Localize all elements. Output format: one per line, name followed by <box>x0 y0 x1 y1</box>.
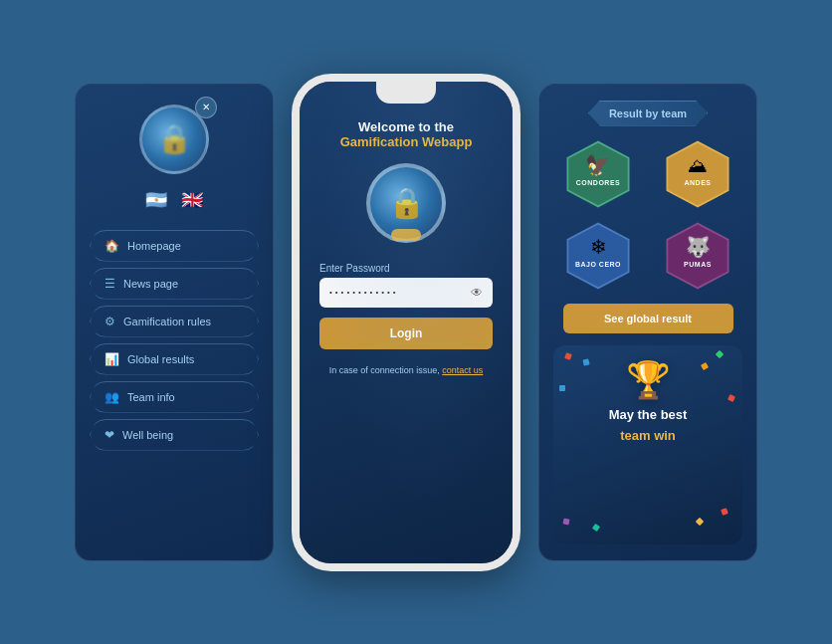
connection-text: In case of connection issue, contact us <box>329 365 484 375</box>
close-icon: ✕ <box>202 102 210 112</box>
see-global-result-button[interactable]: See global result <box>563 304 733 333</box>
webapp-title: Gamification Webapp <box>340 134 473 149</box>
phone-lock-icon: 🔒 <box>388 185 425 220</box>
confetti-3 <box>716 349 724 357</box>
teams-grid: 🦅 CONDORES ⛰ ANDES <box>553 138 742 292</box>
andes-icon: ⛰ <box>688 154 708 177</box>
flag-argentina[interactable]: 🇦🇷 <box>142 186 170 214</box>
lock-icon: 🔒 <box>157 122 192 155</box>
password-input[interactable]: •••••••••••• 👁 <box>319 278 493 308</box>
avatar-container: 🔒 ✕ <box>139 105 209 174</box>
confetti-1 <box>564 352 572 360</box>
login-button[interactable]: Login <box>319 318 493 349</box>
pumas-icon: 🐺 <box>686 235 711 259</box>
flag-uk[interactable]: 🇬🇧 <box>178 186 206 214</box>
sidebar-item-label: Well being <box>122 429 173 441</box>
confetti-2 <box>582 358 589 365</box>
language-flags: 🇦🇷 🇬🇧 <box>142 186 206 214</box>
confetti-5 <box>563 518 570 525</box>
app-container: 🔒 ✕ 🇦🇷 🇬🇧 🏠 Homepage ☰ News page ⚙ Gamif… <box>0 0 832 644</box>
password-field-container: Enter Password •••••••••••• 👁 <box>319 263 493 308</box>
sidebar-item-label: Gamification rules <box>123 316 211 327</box>
condores-hexagon: 🦅 CONDORES <box>562 138 634 210</box>
heart-icon: ❤ <box>104 428 114 442</box>
trophy-icon: 🏆 <box>626 359 671 401</box>
phone-notch <box>376 82 436 104</box>
sidebar-item-well-being[interactable]: ❤ Well being <box>90 419 259 451</box>
phone-avatar: 🔒 <box>366 163 446 243</box>
gear-icon: ⚙ <box>104 315 115 328</box>
confetti-8 <box>696 517 704 525</box>
team-badge-andes[interactable]: ⛰ ANDES <box>653 138 742 210</box>
phone-frame: Welcome to the Gamification Webapp 🔒 Ent… <box>292 74 520 571</box>
team-badge-condores[interactable]: 🦅 CONDORES <box>553 138 643 210</box>
confetti-4 <box>701 361 709 369</box>
sidebar-item-global-results[interactable]: 📊 Global results <box>90 343 259 375</box>
chart-icon: 📊 <box>104 352 119 366</box>
navigation-menu: 🏠 Homepage ☰ News page ⚙ Gamification ru… <box>90 230 259 451</box>
team-badge-pumas[interactable]: 🐺 PUMAS <box>653 220 742 292</box>
sidebar-item-news[interactable]: ☰ News page <box>90 268 259 300</box>
phone-mockup: Welcome to the Gamification Webapp 🔒 Ent… <box>292 74 520 571</box>
password-value: •••••••••••• <box>329 288 399 297</box>
sidebar-item-homepage[interactable]: 🏠 Homepage <box>90 230 259 262</box>
sidebar-item-gamification[interactable]: ⚙ Gamification rules <box>90 306 259 337</box>
password-label: Enter Password <box>319 263 493 274</box>
bajo-cero-label: BAJO CERO <box>575 261 621 268</box>
confetti-9 <box>559 385 565 391</box>
home-icon: 🏠 <box>104 239 119 253</box>
confetti-10 <box>728 394 735 402</box>
welcome-title: Welcome to the <box>358 119 454 134</box>
sidebar-item-label: News page <box>123 278 178 290</box>
sidebar-item-team-info[interactable]: 👥 Team info <box>90 381 259 413</box>
results-panel: Result by team 🦅 CONDORES <box>538 84 757 561</box>
bajo-cero-hexagon: ❄ BAJO CERO <box>562 220 634 292</box>
news-icon: ☰ <box>104 277 115 291</box>
confetti-6 <box>721 508 728 516</box>
eye-icon[interactable]: 👁 <box>471 286 483 300</box>
andes-hexagon: ⛰ ANDES <box>662 138 733 210</box>
phone-screen: Welcome to the Gamification Webapp 🔒 Ent… <box>300 82 513 563</box>
condores-icon: 🦅 <box>585 153 610 177</box>
andes-label: ANDES <box>684 179 711 186</box>
close-button[interactable]: ✕ <box>195 97 217 118</box>
confetti-7 <box>592 523 600 531</box>
sidebar-item-label: Global results <box>127 353 194 365</box>
contact-link[interactable]: contact us <box>442 365 483 375</box>
team-win-text: team win <box>620 428 676 443</box>
sidebar-panel: 🔒 ✕ 🇦🇷 🇬🇧 🏠 Homepage ☰ News page ⚙ Gamif… <box>75 84 274 561</box>
team-badge-bajo-cero[interactable]: ❄ BAJO CERO <box>553 220 643 292</box>
result-by-team-header: Result by team <box>588 101 708 126</box>
condores-label: CONDORES <box>576 179 620 186</box>
bajo-cero-icon: ❄ <box>590 235 607 259</box>
pumas-label: PUMAS <box>684 261 712 268</box>
sidebar-item-label: Team info <box>127 391 175 403</box>
celebration-area: 🏆 May the best team win <box>553 345 742 544</box>
sidebar-item-label: Homepage <box>127 240 181 252</box>
pumas-hexagon: 🐺 PUMAS <box>662 220 733 292</box>
may-best-text: May the best <box>609 407 688 422</box>
team-icon: 👥 <box>104 390 119 404</box>
